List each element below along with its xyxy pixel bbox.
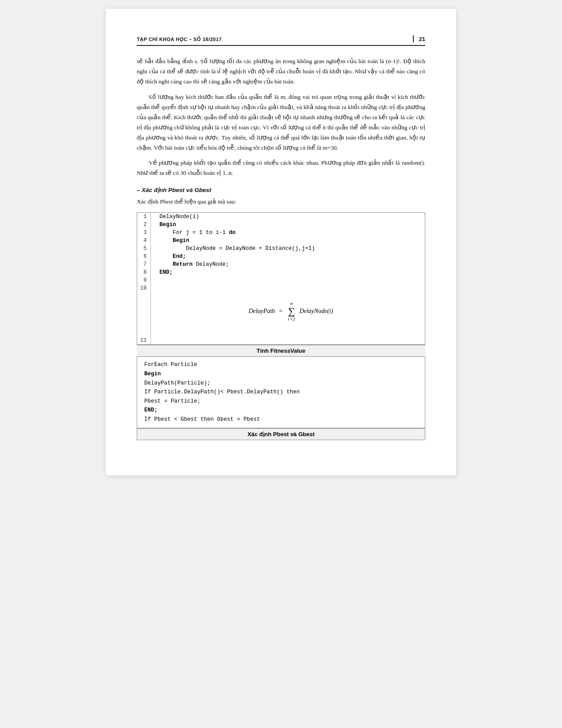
code-line-7: 7 Return DelayNode;: [137, 260, 425, 268]
math-formula: DelayPath = n ∑ i=2 DelayNode(i): [160, 298, 423, 323]
code-content-11: [150, 336, 425, 344]
code-content-7: Return DelayNode;: [150, 260, 425, 268]
page-header: TẠP CHÍ KHOA HỌC – SỐ 18/2017 21: [137, 35, 425, 46]
paragraph-3: Về phương pháp khởi tạo quần thể cũng có…: [137, 158, 425, 178]
code-line-8: 8 END;: [137, 268, 425, 276]
code2-line-7: If Pbest < Gbest then Gbest = Pbest: [144, 415, 418, 424]
line-num-11: 11: [137, 336, 150, 344]
line-num-5: 5: [137, 245, 150, 253]
code-block-1: 1 DelayNode(i) 2 Begin 3 For j = 1 to i-…: [137, 212, 425, 345]
code-line-2: 2 Begin: [137, 221, 425, 229]
code-line-10: 10 DelayPath = n ∑ i=2 DelayNode(i): [137, 284, 425, 336]
code-line-1: 1 DelayNode(i): [137, 213, 425, 221]
line-num-3: 3: [137, 229, 150, 237]
sigma-char: ∑: [288, 306, 295, 316]
code-table: 1 DelayNode(i) 2 Begin 3 For j = 1 to i-…: [137, 213, 425, 344]
code-content-2: Begin: [150, 221, 425, 229]
code-content-6: End;: [150, 253, 425, 260]
code-line-9: 9: [137, 276, 425, 284]
code2-line-6: END;: [144, 406, 418, 415]
sigma-symbol: n ∑ i=2: [288, 301, 295, 321]
sub-text: Xác định Pbest thể hiện qua giả mã sau:: [137, 197, 425, 207]
code-caption: Xác định Pbest và Gbest: [137, 428, 425, 440]
code-line-11: 11: [137, 336, 425, 344]
code-content-3: For j = 1 to i-1 do: [150, 229, 425, 237]
paragraph-2: Số lượng hay kích thước ban đầu của quần…: [137, 92, 425, 153]
page: TẠP CHÍ KHOA HỌC – SỐ 18/2017 21 sẽ bắt …: [106, 9, 456, 475]
code2-line-1: ForEach Particle: [144, 360, 418, 370]
line-num-6: 6: [137, 253, 150, 260]
code-content-1: DelayNode(i): [150, 213, 425, 221]
page-number: 21: [413, 35, 425, 42]
line-num-9: 9: [137, 276, 150, 284]
paragraph-1: sẽ bắt đầu bằng đỉnh s. Số lượng tối đa …: [137, 57, 425, 87]
code-content-10: DelayPath = n ∑ i=2 DelayNode(i): [150, 284, 425, 336]
line-num-8: 8: [137, 268, 150, 276]
body-text: sẽ bắt đầu bằng đỉnh s. Số lượng tối đa …: [137, 57, 425, 178]
section-heading: – Xác định Pbest và Gbest: [137, 186, 425, 193]
code2-line-4: If Particle.DelayPath()< Pbest.DelayPath…: [144, 388, 418, 397]
code2-line-2: Begin: [144, 370, 418, 379]
code2-line-3: DelayPath(Particle);: [144, 379, 418, 388]
code-line-6: 6 End;: [137, 253, 425, 260]
code-divider: Tính FitnessValue: [137, 345, 425, 357]
code-line-3: 3 For j = 1 to i-1 do: [137, 229, 425, 237]
sigma-bottom: i=2: [288, 317, 295, 321]
line-num-7: 7: [137, 260, 150, 268]
code-line-4: 4 Begin: [137, 237, 425, 245]
code2-line-5: Pbest = Particle;: [144, 397, 418, 406]
code-content-9: [150, 276, 425, 284]
code-content-4: Begin: [150, 237, 425, 245]
line-num-4: 4: [137, 237, 150, 245]
code-block-2: ForEach Particle Begin DelayPath(Particl…: [137, 357, 425, 428]
line-num-1: 1: [137, 213, 150, 221]
code-content-5: DelayNode = DelayNode + Distance(j,j+1): [150, 245, 425, 253]
line-num-10: 10: [137, 284, 150, 336]
line-num-2: 2: [137, 221, 150, 229]
journal-title: TẠP CHÍ KHOA HỌC – SỐ 18/2017: [137, 37, 222, 42]
code-line-5: 5 DelayNode = DelayNode + Distance(j,j+1…: [137, 245, 425, 253]
code-content-8: END;: [150, 268, 425, 276]
